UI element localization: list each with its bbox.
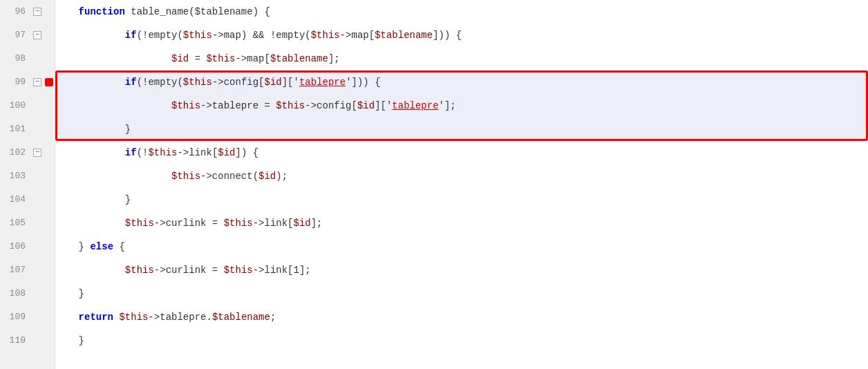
token-var: $this [171, 171, 200, 182]
fold-column [31, 282, 44, 305]
indent [55, 241, 79, 252]
breakpoint-column [44, 47, 55, 70]
token-plain: (! [137, 147, 149, 158]
gutter-row: 106 [0, 235, 55, 258]
code-area: function table_name($tablename) { if(!em… [55, 0, 868, 369]
token-plain: } [125, 124, 131, 135]
token-var: $this [224, 265, 253, 276]
fold-box[interactable]: − [33, 78, 41, 86]
line-number: 96 [0, 0, 31, 23]
fold-column [31, 164, 44, 188]
line-number: 98 [0, 47, 31, 70]
gutter-row: 96− [0, 0, 55, 23]
fold-box[interactable]: − [33, 8, 41, 16]
gutter-row: 104 [0, 188, 55, 211]
breakpoint-column [44, 258, 55, 282]
breakpoint-column [44, 188, 55, 211]
token-plain: } [79, 241, 91, 252]
breakpoint-column [44, 70, 55, 94]
token-plain: table_name($tablename) { [125, 6, 270, 17]
line-number: 101 [0, 117, 31, 141]
code-line: if(!$this->link[$id]) { [55, 141, 868, 164]
token-plain: ->map[ [340, 30, 375, 41]
gutter-row: 100 [0, 94, 55, 117]
token-var: $id [265, 77, 282, 88]
line-number: 107 [0, 258, 31, 282]
token-plain: ; [270, 312, 276, 323]
breakpoint-column [44, 305, 55, 329]
token-var: $this [125, 265, 154, 276]
token-var: $id [171, 53, 189, 64]
code-line: $this->tablepre = $this->config[$id]['ta… [55, 94, 868, 117]
fold-column [31, 94, 44, 117]
token-var: $this [183, 77, 212, 88]
code-line: return $this->tablepre.$tablename; [55, 305, 868, 329]
code-line: $this->curlink = $this->link[1]; [55, 258, 868, 282]
indent [55, 124, 125, 135]
token-var: $this [311, 30, 340, 41]
line-number: 97 [0, 23, 31, 47]
token-var: $this [224, 218, 253, 229]
token-var: $id [294, 218, 311, 229]
token-plain: ->map[ [235, 53, 270, 64]
token-var: $this [183, 30, 212, 41]
fold-column [31, 211, 44, 235]
token-var: $this [119, 312, 148, 323]
token-kw: if [125, 147, 137, 158]
code-line: if(!empty($this->config[$id]['tablepre']… [55, 70, 868, 94]
code-line: function table_name($tablename) { [55, 0, 868, 23]
breakpoint-column [44, 0, 55, 23]
indent [55, 30, 125, 41]
indent [55, 335, 79, 346]
line-number: 103 [0, 164, 31, 188]
breakpoint-column [44, 282, 55, 305]
gutter-row: 102− [0, 141, 55, 164]
breakpoint-column [44, 117, 55, 141]
token-plain: { [113, 241, 125, 252]
breakpoint-column [44, 94, 55, 117]
token-plain: ']; [439, 100, 456, 111]
token-plain: ->tablepre = [200, 100, 276, 111]
token-plain: } [79, 288, 84, 299]
token-var: $this [148, 147, 177, 158]
gutter-row: 97− [0, 23, 55, 47]
token-plain: ]; [328, 53, 340, 64]
indent [55, 77, 125, 88]
token-var: $this [206, 53, 235, 64]
indent [55, 312, 79, 323]
code-line: } [55, 282, 868, 305]
fold-column [31, 258, 44, 282]
line-number: 108 [0, 282, 31, 305]
line-number: 106 [0, 235, 31, 258]
token-plain: ->config[ [212, 77, 265, 88]
fold-column: − [31, 141, 44, 164]
code-line: } [55, 117, 868, 141]
code-line: $this->curlink = $this->link[$id]; [55, 211, 868, 235]
indent [55, 171, 171, 182]
token-var: $tablename [212, 312, 270, 323]
token-plain: ->config[ [305, 100, 357, 111]
indent [55, 218, 125, 229]
token-plain: (!empty( [137, 30, 183, 41]
breakpoint-column [44, 329, 55, 352]
token-plain: ->curlink = [154, 265, 224, 276]
fold-box[interactable]: − [33, 149, 41, 157]
token-var: $tablename [375, 30, 433, 41]
line-number: 104 [0, 188, 31, 211]
line-number: 99 [0, 70, 31, 94]
token-kw: else [90, 241, 113, 252]
token-plain: ][' [282, 77, 299, 88]
gutter-row: 107 [0, 258, 55, 282]
code-line: $this->connect($id); [55, 164, 868, 188]
token-plain: ); [276, 171, 287, 182]
fold-column [31, 188, 44, 211]
token-str: tablepre [392, 100, 438, 111]
token-str: tablepre [299, 77, 346, 88]
token-kw: if [125, 30, 137, 41]
fold-column [31, 47, 44, 70]
fold-column: − [31, 70, 44, 94]
breakpoint-indicator[interactable] [45, 78, 53, 86]
token-plain: ])) { [433, 30, 462, 41]
fold-box[interactable]: − [33, 31, 41, 39]
fold-column [31, 117, 44, 141]
